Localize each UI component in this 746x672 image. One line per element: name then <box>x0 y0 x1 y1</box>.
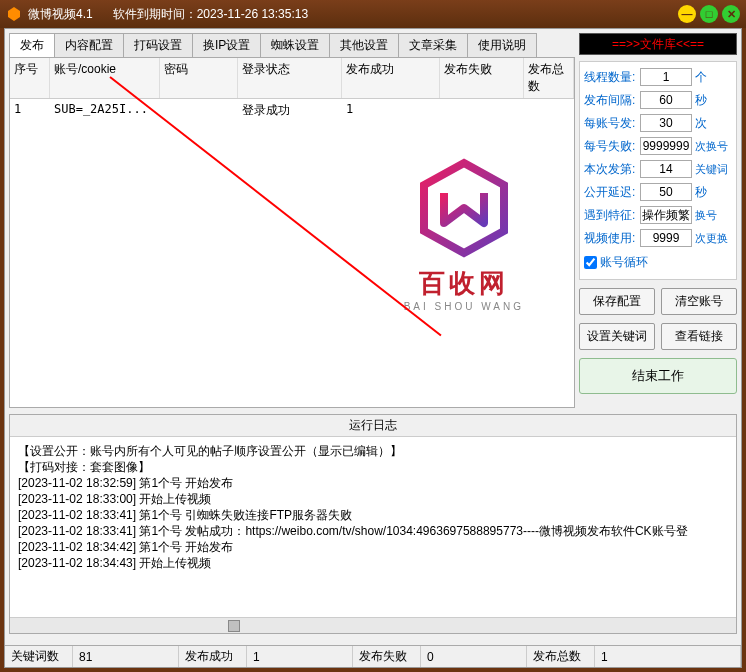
th-total: 发布总数 <box>524 58 574 98</box>
log-line: [2023-11-02 18:33:00] 开始上传视频 <box>18 491 728 507</box>
public-delay-label: 公开延迟: <box>584 184 640 201</box>
interval-unit: 秒 <box>695 92 707 109</box>
status-succ-value: 1 <box>247 646 353 667</box>
status-fail-value: 0 <box>421 646 527 667</box>
public-delay-unit: 秒 <box>695 184 707 201</box>
table-row[interactable]: 1 SUB=_2A25I... 登录成功 1 <box>10 99 574 122</box>
batch-no-unit: 关键词 <box>695 162 728 177</box>
save-config-button[interactable]: 保存配置 <box>579 288 655 315</box>
tab-bar: 发布 内容配置 打码设置 换IP设置 蜘蛛设置 其他设置 文章采集 使用说明 <box>9 33 575 58</box>
status-fail-label: 发布失败 <box>353 646 421 667</box>
account-table: 序号 账号/cookie 密码 登录状态 发布成功 发布失败 发布总数 1 SU… <box>9 58 575 408</box>
settings-panel: 线程数量: 个 发布间隔: 秒 每账号发: 次 <box>579 61 737 280</box>
tab-article[interactable]: 文章采集 <box>398 33 468 57</box>
threads-label: 线程数量: <box>584 69 640 86</box>
end-work-button[interactable]: 结束工作 <box>579 358 737 394</box>
right-pane: ==>>文件库<<== 线程数量: 个 发布间隔: 秒 每账号发: <box>575 29 741 414</box>
th-seq: 序号 <box>10 58 50 98</box>
client-area: 发布 内容配置 打码设置 换IP设置 蜘蛛设置 其他设置 文章采集 使用说明 序… <box>4 28 742 668</box>
fail-limit-unit: 次换号 <box>695 139 728 154</box>
file-library-button[interactable]: ==>>文件库<<== <box>579 33 737 55</box>
log-textarea[interactable]: 【设置公开：账号内所有个人可见的帖子顺序设置公开（显示已编辑）】 【打码对接：套… <box>10 437 736 617</box>
tab-help[interactable]: 使用说明 <box>467 33 537 57</box>
cell-login: 登录成功 <box>238 99 342 122</box>
tab-other[interactable]: 其他设置 <box>329 33 399 57</box>
video-use-label: 视频使用: <box>584 230 640 247</box>
status-total-label: 发布总数 <box>527 646 595 667</box>
setting-interval: 发布间隔: 秒 <box>584 91 732 109</box>
setting-special: 遇到特征: 换号 <box>584 206 732 224</box>
logo-text-cn: 百收网 <box>404 266 524 301</box>
per-account-input[interactable] <box>640 114 692 132</box>
special-label: 遇到特征: <box>584 207 640 224</box>
log-line: [2023-11-02 18:33:41] 第1个号 发帖成功：https://… <box>18 523 728 539</box>
svg-marker-1 <box>424 163 504 253</box>
log-line: 【打码对接：套套图像】 <box>18 459 728 475</box>
setting-loop: 账号循环 <box>584 252 732 273</box>
log-line: [2023-11-02 18:34:43] 开始上传视频 <box>18 555 728 571</box>
expiry-value: 2023-11-26 13:35:13 <box>197 7 308 21</box>
fail-limit-input[interactable] <box>640 137 692 155</box>
view-links-button[interactable]: 查看链接 <box>661 323 737 350</box>
cell-succ: 1 <box>342 99 440 122</box>
special-input[interactable] <box>640 206 692 224</box>
cell-fail <box>440 99 524 122</box>
setting-per-account: 每账号发: 次 <box>584 114 732 132</box>
minimize-button[interactable]: — <box>678 5 696 23</box>
main-window: 微博视频4.1 软件到期时间： 2023-11-26 13:35:13 — □ … <box>0 0 746 672</box>
logo-hex-icon <box>414 158 514 258</box>
cell-total <box>524 99 574 122</box>
status-keywords-value: 81 <box>73 646 179 667</box>
titlebar: 微博视频4.1 软件到期时间： 2023-11-26 13:35:13 — □ … <box>0 0 746 28</box>
setting-batch-no: 本次发第: 关键词 <box>584 160 732 178</box>
status-keywords-label: 关键词数 <box>5 646 73 667</box>
interval-label: 发布间隔: <box>584 92 640 109</box>
log-line: [2023-11-02 18:34:42] 第1个号 开始发布 <box>18 539 728 555</box>
fail-limit-label: 每号失败: <box>584 138 640 155</box>
setting-video-use: 视频使用: 次更换 <box>584 229 732 247</box>
setting-fail-limit: 每号失败: 次换号 <box>584 137 732 155</box>
app-icon <box>6 6 22 22</box>
log-horizontal-scrollbar[interactable] <box>10 617 736 633</box>
setting-public-delay: 公开延迟: 秒 <box>584 183 732 201</box>
close-button[interactable]: ✕ <box>722 5 740 23</box>
table-header: 序号 账号/cookie 密码 登录状态 发布成功 发布失败 发布总数 <box>10 58 574 99</box>
per-account-unit: 次 <box>695 115 707 132</box>
public-delay-input[interactable] <box>640 183 692 201</box>
loop-checkbox[interactable] <box>584 256 597 269</box>
app-title: 微博视频4.1 <box>28 6 93 23</box>
tab-content-config[interactable]: 内容配置 <box>54 33 124 57</box>
svg-marker-0 <box>8 7 20 21</box>
log-line: [2023-11-02 18:33:41] 第1个号 引蜘蛛失败连接FTP服务器… <box>18 507 728 523</box>
status-bar: 关键词数 81 发布成功 1 发布失败 0 发布总数 1 <box>5 645 741 667</box>
th-succ: 发布成功 <box>342 58 440 98</box>
video-use-unit: 次更换 <box>695 231 728 246</box>
expiry-label: 软件到期时间： <box>113 6 197 23</box>
per-account-label: 每账号发: <box>584 115 640 132</box>
set-keywords-button[interactable]: 设置关键词 <box>579 323 655 350</box>
tab-captcha[interactable]: 打码设置 <box>123 33 193 57</box>
batch-no-input[interactable] <box>640 160 692 178</box>
logo-text-en: BAI SHOU WANG <box>404 301 524 312</box>
interval-input[interactable] <box>640 91 692 109</box>
clear-accounts-button[interactable]: 清空账号 <box>661 288 737 315</box>
left-pane: 发布 内容配置 打码设置 换IP设置 蜘蛛设置 其他设置 文章采集 使用说明 序… <box>5 29 575 414</box>
log-line: 【设置公开：账号内所有个人可见的帖子顺序设置公开（显示已编辑）】 <box>18 443 728 459</box>
threads-input[interactable] <box>640 68 692 86</box>
tab-spider[interactable]: 蜘蛛设置 <box>260 33 330 57</box>
video-use-input[interactable] <box>640 229 692 247</box>
setting-threads: 线程数量: 个 <box>584 68 732 86</box>
threads-unit: 个 <box>695 69 707 86</box>
tab-publish[interactable]: 发布 <box>9 33 55 57</box>
tab-ip[interactable]: 换IP设置 <box>192 33 261 57</box>
status-succ-label: 发布成功 <box>179 646 247 667</box>
maximize-button[interactable]: □ <box>700 5 718 23</box>
th-fail: 发布失败 <box>440 58 524 98</box>
cell-seq: 1 <box>10 99 50 122</box>
status-total-value: 1 <box>595 646 741 667</box>
cell-account: SUB=_2A25I... <box>50 99 160 122</box>
watermark-logo: 百收网 BAI SHOU WANG <box>404 158 524 312</box>
scrollbar-thumb[interactable] <box>228 620 240 632</box>
th-login: 登录状态 <box>238 58 342 98</box>
cell-pwd <box>160 99 238 122</box>
